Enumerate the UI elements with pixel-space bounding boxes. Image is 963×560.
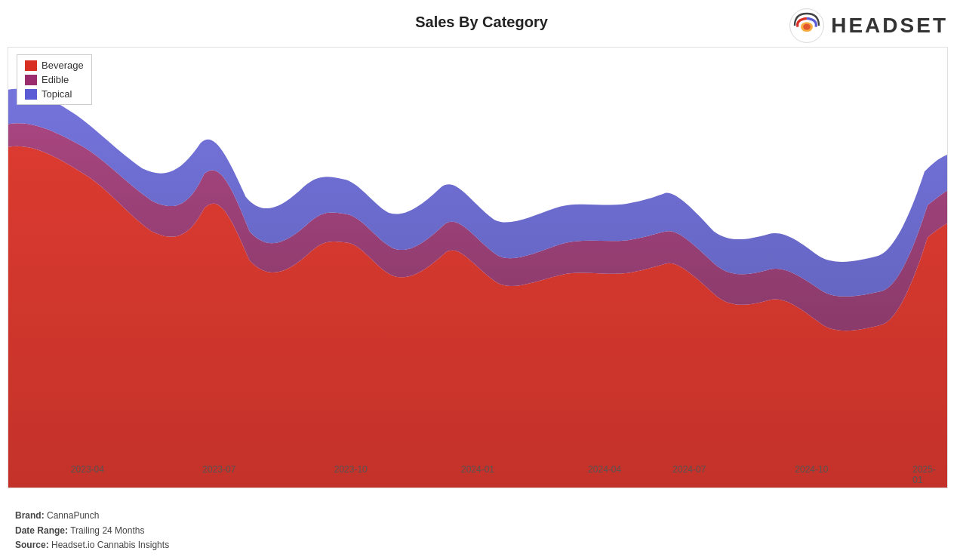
legend-label-topical: Topical xyxy=(42,88,72,100)
chart-legend: Beverage Edible Topical xyxy=(17,54,92,105)
footer-info: Brand: CannaPunch Date Range: Trailing 2… xyxy=(15,509,169,552)
x-label-2024-01: 2024-01 xyxy=(461,464,494,475)
legend-color-edible xyxy=(25,75,37,85)
footer-brand: Brand: CannaPunch xyxy=(15,509,169,523)
legend-item-beverage: Beverage xyxy=(25,60,84,71)
chart-area xyxy=(8,47,948,488)
x-label-2023-04: 2023-04 xyxy=(71,464,104,475)
x-label-2023-10: 2023-10 xyxy=(334,464,368,475)
source-label: Source: xyxy=(15,540,49,550)
legend-color-topical xyxy=(25,89,37,100)
x-label-2024-04: 2024-04 xyxy=(588,464,621,475)
brand-value: CannaPunch xyxy=(47,510,99,521)
brand-label: Brand: xyxy=(15,510,45,521)
x-label-2024-10: 2024-10 xyxy=(795,464,828,475)
date-range-label: Date Range: xyxy=(15,525,68,536)
chart-svg xyxy=(8,48,947,488)
legend-item-edible: Edible xyxy=(25,74,84,85)
x-label-2025-01: 2025-01 xyxy=(912,464,936,485)
x-label-2023-07: 2023-07 xyxy=(202,464,235,475)
x-label-2024-07: 2024-07 xyxy=(672,464,706,475)
legend-label-beverage: Beverage xyxy=(42,60,84,71)
date-range-value: Trailing 24 Months xyxy=(70,525,144,536)
footer-date-range: Date Range: Trailing 24 Months xyxy=(15,524,169,538)
legend-item-topical: Topical xyxy=(25,88,84,100)
footer-source: Source: Headset.io Cannabis Insights xyxy=(15,538,169,552)
legend-color-beverage xyxy=(25,60,37,71)
legend-label-edible: Edible xyxy=(42,74,69,85)
x-axis: 2023-04 2023-07 2023-10 2024-01 2024-04 … xyxy=(8,458,948,488)
source-value: Headset.io Cannabis Insights xyxy=(51,540,169,550)
chart-title: Sales By Category xyxy=(0,14,963,31)
page-container: HEADSET Sales By Category Beverage Edibl… xyxy=(0,0,963,560)
